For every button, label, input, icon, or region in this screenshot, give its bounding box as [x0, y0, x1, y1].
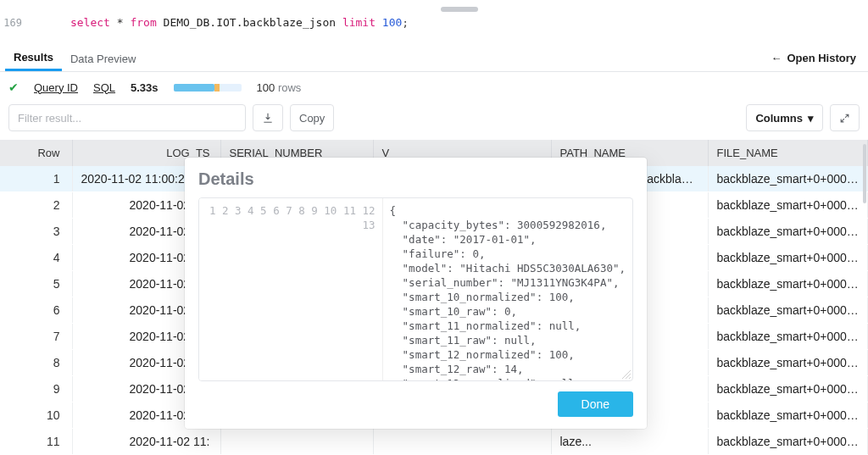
col-header-row[interactable]: Row [0, 140, 72, 166]
download-button[interactable] [253, 104, 283, 131]
cell-rownum: 2 [0, 192, 72, 219]
results-tabs: Results Data Preview ← Open History [0, 45, 868, 72]
sql-link[interactable]: SQL [93, 81, 115, 94]
cell-file: backblaze_smart+0+0000... [708, 402, 868, 429]
cell-rownum: 9 [0, 376, 72, 402]
query-duration: 5.33s [131, 81, 159, 94]
sql-text: select * from DEMO_DB.IOT.backblaze_json… [31, 3, 409, 42]
code-body: { "capacity_bytes": 3000592982016, "date… [383, 198, 632, 380]
details-code-area[interactable]: 1 2 3 4 5 6 7 8 9 10 11 12 13 { "capacit… [198, 197, 633, 381]
check-icon: ✔ [8, 80, 19, 94]
cell-v[interactable] [373, 429, 551, 455]
cell-file: backblaze_smart+0+0000... [708, 297, 868, 324]
cell-file: backblaze_smart+0+0000... [708, 324, 868, 350]
cell-rownum: 8 [0, 350, 72, 376]
sql-editor-line[interactable]: 169 select * from DEMO_DB.IOT.backblaze_… [0, 0, 868, 45]
editor-line-number: 169 [0, 17, 31, 29]
details-panel: Details 1 2 3 4 5 6 7 8 9 10 11 12 13 { … [185, 158, 647, 429]
cell-rownum: 5 [0, 271, 72, 297]
cell-rownum: 7 [0, 324, 72, 350]
cell-rownum: 10 [0, 402, 72, 429]
editor-scrollbar-thumb[interactable] [441, 7, 478, 12]
cell-rownum: 1 [0, 166, 72, 192]
cell-file: backblaze_smart+0+0000... [708, 376, 868, 402]
cell-file: backblaze_smart+0+0000... [708, 166, 868, 192]
col-header-file[interactable]: FILE_NAME [708, 140, 868, 166]
cell-file: backblaze_smart+0+0000... [708, 350, 868, 376]
cell-file: backblaze_smart+0+0000... [708, 219, 868, 245]
arrow-left-icon: ← [771, 52, 782, 64]
details-title: Details [198, 169, 633, 189]
resize-handle-icon[interactable] [622, 370, 631, 379]
cell-file: backblaze_smart+0+0000... [708, 245, 868, 271]
cell-log-ts: 2020-11-02 11: [72, 429, 220, 455]
query-status-row: ✔ Query ID SQL 5.33s 100 rows [0, 72, 868, 101]
table-row[interactable]: 112020-11-02 11:laze...backblaze_smart+0… [0, 429, 868, 455]
cell-rownum: 11 [0, 429, 72, 455]
tab-data-preview[interactable]: Data Preview [62, 47, 144, 70]
filter-input[interactable] [8, 104, 246, 131]
columns-button[interactable]: Columns ▾ [746, 104, 823, 131]
copy-button[interactable]: Copy [290, 104, 334, 131]
cell-rownum: 6 [0, 297, 72, 324]
query-id-link[interactable]: Query ID [34, 81, 78, 94]
open-history-label: Open History [787, 52, 856, 64]
query-progress-bar [174, 84, 242, 92]
code-gutter: 1 2 3 4 5 6 7 8 9 10 11 12 13 [199, 198, 383, 380]
cell-path: laze... [551, 429, 708, 455]
vertical-scrollbar-thumb[interactable] [863, 144, 866, 203]
cell-rownum: 4 [0, 245, 72, 271]
caret-down-icon: ▾ [808, 112, 814, 125]
done-button[interactable]: Done [558, 391, 633, 417]
expand-icon [839, 113, 850, 124]
cell-rownum: 3 [0, 219, 72, 245]
cell-file: backblaze_smart+0+0000... [708, 271, 868, 297]
expand-button[interactable] [830, 104, 860, 131]
columns-label: Columns [755, 112, 803, 125]
row-count: 100 rows [257, 81, 302, 94]
cell-file: backblaze_smart+0+0000... [708, 192, 868, 219]
open-history-button[interactable]: ← Open History [771, 52, 863, 64]
cell-serial [220, 429, 373, 455]
results-toolbar: Copy Columns ▾ [0, 101, 868, 140]
cell-file: backblaze_smart+0+0000... [708, 429, 868, 455]
tab-results[interactable]: Results [5, 45, 62, 71]
download-icon [262, 112, 274, 124]
